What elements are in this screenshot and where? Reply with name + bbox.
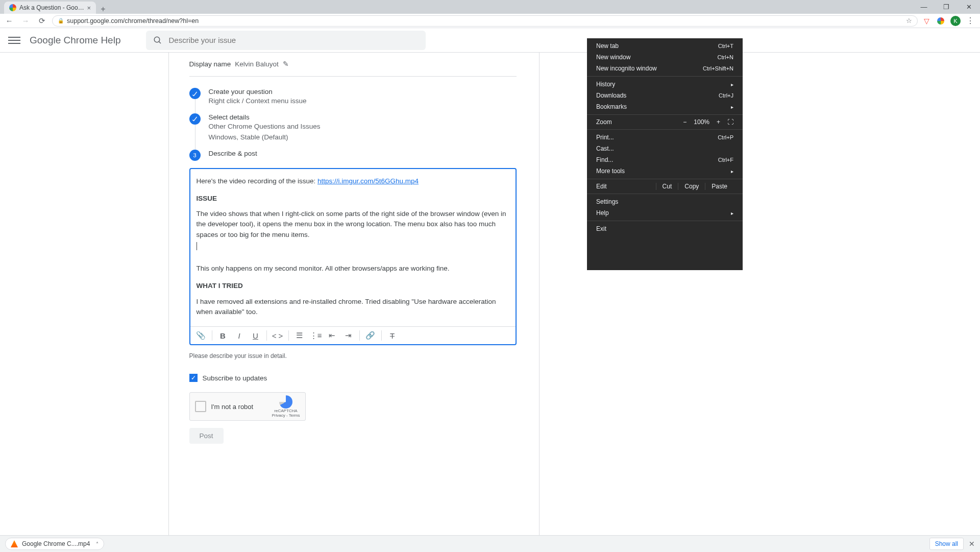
chrome-ext-icon[interactable] bbox=[936, 16, 945, 26]
bullet-list-icon[interactable]: ☰ bbox=[294, 330, 305, 341]
editor-toolbar: 📎 B I U < > ☰ ⋮≡ ⇤ ⇥ 🔗 T bbox=[190, 326, 516, 344]
ctx-bookmarks[interactable]: Bookmarks bbox=[587, 101, 743, 112]
window-close-button[interactable]: ✕ bbox=[958, 0, 980, 14]
ctx-find[interactable]: Find...Ctrl+F bbox=[587, 154, 743, 165]
helper-text: Please describe your issue in detail. bbox=[189, 352, 517, 359]
recaptcha-icon bbox=[279, 395, 292, 409]
ctx-cut[interactable]: Cut bbox=[656, 183, 678, 190]
attach-icon[interactable]: 📎 bbox=[195, 330, 207, 341]
step-2[interactable]: Select details Other Chrome Questions an… bbox=[189, 113, 517, 142]
italic-icon[interactable]: I bbox=[234, 330, 245, 341]
nav-forward-button[interactable]: → bbox=[19, 15, 32, 27]
chevron-up-icon[interactable]: ˄ bbox=[96, 541, 99, 547]
recaptcha-checkbox[interactable] bbox=[195, 401, 206, 412]
recaptcha-logo: reCAPTCHA Privacy - Terms bbox=[272, 395, 300, 418]
step-badge-icon bbox=[189, 88, 201, 99]
step-3-title: Describe & post bbox=[209, 150, 257, 157]
bookmark-star-icon[interactable]: ☆ bbox=[906, 17, 912, 25]
ctx-paste[interactable]: Paste bbox=[705, 183, 733, 190]
window-controls: — ❐ ✕ bbox=[913, 0, 980, 14]
edit-pencil-icon[interactable]: ✎ bbox=[283, 60, 289, 68]
extension-icons: ▽ K ⋮ bbox=[922, 16, 977, 26]
step-badge-icon bbox=[189, 113, 201, 125]
underline-icon[interactable]: U bbox=[250, 330, 261, 341]
browser-tab-active[interactable]: Ask a Question - Google Chrome × bbox=[4, 2, 96, 14]
ctx-history[interactable]: History bbox=[587, 79, 743, 90]
step-2-sub1: Other Chrome Questions and Issues bbox=[209, 122, 321, 132]
ctx-exit[interactable]: Exit bbox=[587, 223, 743, 234]
lock-icon: 🔒 bbox=[58, 18, 64, 23]
step-1-sub: Right click / Context menu issue bbox=[209, 97, 307, 106]
ctx-settings[interactable]: Settings bbox=[587, 196, 743, 207]
downloads-close-icon[interactable]: ✕ bbox=[969, 540, 975, 548]
editor-body2: This only happens on my second monitor. … bbox=[197, 263, 509, 274]
editor-heading-issue: ISSUE bbox=[197, 194, 509, 204]
new-tab-button[interactable]: + bbox=[96, 5, 110, 14]
ctx-new-tab[interactable]: New tabCtrl+T bbox=[587, 40, 743, 52]
window-titlebar: Ask a Question - Google Chrome × + — ❐ ✕ bbox=[0, 0, 980, 14]
ctx-copy[interactable]: Copy bbox=[678, 183, 705, 190]
tab-close-icon[interactable]: × bbox=[87, 4, 91, 12]
zoom-out-button[interactable]: − bbox=[683, 118, 687, 126]
vlc-cone-icon bbox=[11, 540, 18, 547]
ctx-zoom: Zoom − 100% + ⛶ bbox=[587, 117, 743, 127]
step-2-sub2: Windows, Stable (Default) bbox=[209, 133, 321, 142]
ctx-edit: Edit Cut Copy Paste bbox=[587, 181, 743, 191]
recaptcha[interactable]: I'm not a robot reCAPTCHA Privacy - Term… bbox=[189, 392, 306, 421]
hamburger-menu-button[interactable] bbox=[8, 34, 20, 46]
ctx-downloads[interactable]: DownloadsCtrl+J bbox=[587, 90, 743, 101]
step-1-title: Create your question bbox=[209, 88, 307, 95]
subscribe-label: Subscribe to updates bbox=[203, 374, 267, 382]
editor-body3: I have removed all extensions and re-ins… bbox=[197, 297, 509, 318]
nav-back-button[interactable]: ← bbox=[3, 15, 15, 27]
chrome-context-menu: New tabCtrl+T New windowCtrl+N New incog… bbox=[587, 38, 743, 270]
ctx-new-window[interactable]: New windowCtrl+N bbox=[587, 52, 743, 63]
tab-strip: Ask a Question - Google Chrome × + bbox=[0, 0, 913, 14]
post-button[interactable]: Post bbox=[189, 428, 224, 444]
window-maximize-button[interactable]: ❐ bbox=[935, 0, 958, 14]
profile-avatar[interactable]: K bbox=[950, 16, 961, 26]
step-1[interactable]: Create your question Right click / Conte… bbox=[189, 88, 517, 106]
editor-heading-tried: WHAT I TRIED bbox=[197, 281, 509, 291]
chrome-favicon-icon bbox=[9, 4, 16, 11]
download-filename: Google Chrome C....mp4 bbox=[22, 540, 90, 547]
number-list-icon[interactable]: ⋮≡ bbox=[310, 330, 322, 341]
indent-icon[interactable]: ⇥ bbox=[343, 330, 354, 341]
step-2-title: Select details bbox=[209, 113, 321, 121]
code-icon[interactable]: < > bbox=[272, 330, 283, 341]
zoom-in-button[interactable]: + bbox=[717, 118, 720, 126]
ctx-print[interactable]: Print...Ctrl+P bbox=[587, 132, 743, 143]
download-item[interactable]: Google Chrome C....mp4 ˄ bbox=[5, 538, 104, 550]
downloads-bar: Google Chrome C....mp4 ˄ Show all ✕ bbox=[0, 535, 980, 552]
editor-textarea[interactable]: Here's the video recording of the issue:… bbox=[190, 169, 516, 327]
text-caret bbox=[197, 242, 197, 250]
address-bar: ← → ⟳ 🔒 support.google.com/chrome/thread… bbox=[0, 14, 980, 28]
recaptcha-label: I'm not a robot bbox=[211, 403, 267, 411]
url-field[interactable]: 🔒 support.google.com/chrome/thread/new?h… bbox=[52, 15, 918, 27]
clear-format-icon[interactable]: T bbox=[387, 330, 398, 341]
link-icon[interactable]: 🔗 bbox=[365, 330, 376, 341]
display-name-row: Display name Kelvin Baluyot ✎ bbox=[189, 57, 517, 77]
editor-link[interactable]: https://i.imgur.com/5t6GGhu.mp4 bbox=[317, 177, 419, 185]
ctx-more-tools[interactable]: More tools bbox=[587, 165, 743, 177]
ctx-help[interactable]: Help bbox=[587, 207, 743, 219]
bold-icon[interactable]: B bbox=[217, 330, 229, 341]
window-minimize-button[interactable]: — bbox=[913, 0, 935, 14]
chrome-menu-button[interactable]: ⋮ bbox=[966, 16, 975, 26]
show-all-button[interactable]: Show all bbox=[929, 538, 964, 550]
display-name-label: Display name bbox=[189, 60, 231, 68]
ctx-incognito[interactable]: New incognito windowCtrl+Shift+N bbox=[587, 63, 743, 74]
editor-body1: The video shows that when I right-click … bbox=[197, 209, 509, 240]
fullscreen-icon[interactable]: ⛶ bbox=[727, 118, 733, 126]
checkbox-checked-icon[interactable]: ✓ bbox=[189, 374, 198, 382]
display-name-value: Kelvin Baluyot bbox=[235, 60, 279, 68]
search-icon bbox=[153, 36, 162, 45]
ctx-cast[interactable]: Cast... bbox=[587, 143, 743, 154]
svg-line-1 bbox=[159, 41, 161, 43]
subscribe-row[interactable]: ✓ Subscribe to updates bbox=[189, 374, 517, 382]
brave-shield-icon[interactable]: ▽ bbox=[922, 16, 931, 26]
outdent-icon[interactable]: ⇤ bbox=[327, 330, 338, 341]
search-box[interactable] bbox=[146, 31, 426, 50]
nav-reload-button[interactable]: ⟳ bbox=[36, 15, 48, 27]
search-input[interactable] bbox=[168, 36, 419, 44]
